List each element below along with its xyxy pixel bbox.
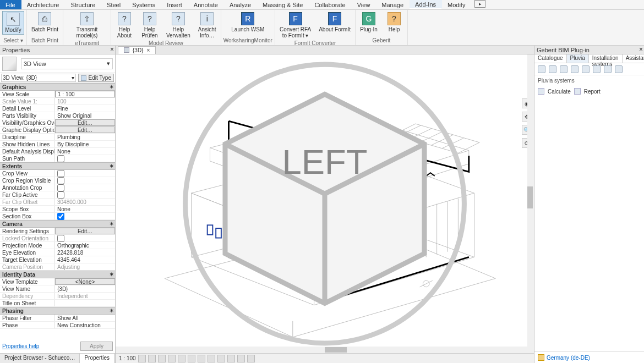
collapse-icon[interactable]: ✶: [110, 308, 114, 314]
rendering-icon[interactable]: [178, 355, 185, 362]
property-value[interactable]: Show Original: [55, 112, 115, 119]
property-edit-button[interactable]: <None>: [55, 278, 115, 285]
ribbon-item[interactable]: RLaunch WSM: [229, 11, 266, 34]
ribbon-item[interactable]: ↖Modify: [2, 11, 24, 35]
property-checkbox[interactable]: [57, 191, 64, 199]
property-value[interactable]: 1 : 100: [55, 91, 115, 97]
collapse-icon[interactable]: ✶: [110, 163, 114, 169]
property-edit-button[interactable]: Edit…: [55, 228, 115, 234]
property-value[interactable]: 4345.464: [55, 256, 115, 263]
ribbon-item[interactable]: iAnsichtInfo…: [196, 11, 219, 40]
type-selector-dropdown[interactable]: 3D View ▾: [21, 58, 113, 69]
refresh-icon[interactable]: [538, 88, 544, 95]
close-icon[interactable]: ×: [639, 46, 643, 53]
tool-icon-3[interactable]: [560, 65, 567, 73]
ribbon-item[interactable]: FAbout FormIt: [316, 11, 353, 34]
tab-massing-site[interactable]: Massing & Site: [257, 0, 309, 9]
property-value[interactable]: [55, 177, 115, 184]
tab-view[interactable]: View: [352, 0, 376, 9]
document-tab-3d[interactable]: {3D} ×: [118, 46, 156, 54]
property-value[interactable]: [55, 191, 115, 198]
apply-button[interactable]: Apply: [80, 342, 113, 351]
dock-tab-properties[interactable]: Properties: [80, 354, 114, 363]
property-checkbox[interactable]: [57, 170, 64, 177]
ribbon-item[interactable]: ⎙Batch Print: [29, 11, 61, 34]
property-value[interactable]: 22428.818: [55, 249, 115, 256]
property-value[interactable]: Fine: [55, 105, 115, 112]
tab-manage[interactable]: Manage: [376, 0, 410, 9]
property-checkbox[interactable]: [57, 184, 64, 191]
3d-canvas[interactable]: LEFT ◉ ✥ 🔍 ⟳: [116, 54, 534, 353]
plugin-tab-catalogue[interactable]: Catalogue: [534, 54, 567, 63]
ribbon-item[interactable]: ?HelpPrüfen: [139, 11, 161, 40]
property-value[interactable]: 100: [55, 98, 115, 105]
tool-icon-5[interactable]: [582, 65, 590, 73]
property-value[interactable]: None: [55, 206, 115, 212]
property-value[interactable]: Show All: [55, 315, 115, 321]
plugin-tab-pluvia[interactable]: Pluvia: [567, 54, 589, 63]
property-value[interactable]: [55, 184, 115, 191]
property-value[interactable]: [55, 213, 115, 219]
tab-systems[interactable]: Systems: [127, 0, 161, 9]
property-edit-button[interactable]: Edit…: [55, 119, 115, 126]
home-icon[interactable]: [538, 354, 544, 361]
tool-icon-6[interactable]: [593, 65, 601, 73]
horizontal-scrollbar[interactable]: [116, 346, 534, 353]
close-icon[interactable]: ×: [146, 47, 150, 53]
analytical-icon[interactable]: [237, 355, 245, 362]
tab-collaborate[interactable]: Collaborate: [309, 0, 351, 9]
property-checkbox[interactable]: [57, 235, 64, 242]
property-value[interactable]: [55, 235, 115, 241]
property-value[interactable]: Adjusting: [55, 263, 115, 270]
constraints-icon[interactable]: [247, 355, 255, 362]
tool-icon-1[interactable]: [538, 65, 545, 73]
property-checkbox[interactable]: [57, 177, 64, 184]
ribbon-item[interactable]: ⇪Transmit model(s): [66, 11, 108, 40]
detail-level-icon[interactable]: [138, 355, 146, 362]
file-menu[interactable]: File: [0, 0, 21, 9]
tab-insert[interactable]: Insert: [161, 0, 188, 9]
property-edit-button[interactable]: Edit…: [55, 127, 115, 133]
property-checkbox[interactable]: [57, 213, 64, 220]
calculate-button[interactable]: Calculate: [548, 89, 571, 95]
vertical-scrollbar[interactable]: [527, 54, 534, 346]
property-value[interactable]: By Discipline: [55, 141, 115, 147]
ribbon-item[interactable]: ?HelpAbout: [113, 11, 135, 40]
property-section-header[interactable]: Extents✶: [0, 162, 115, 170]
plugin-tab-installation-systems[interactable]: Installation systems: [589, 54, 623, 63]
property-value[interactable]: [55, 155, 115, 162]
crop-visible-icon[interactable]: [198, 355, 205, 362]
report-icon[interactable]: [574, 88, 581, 95]
property-value[interactable]: [55, 170, 115, 177]
property-value[interactable]: Independent: [55, 293, 115, 299]
ribbon-item[interactable]: ?Help: [383, 11, 405, 34]
ribbon-item[interactable]: GPlug-In: [358, 11, 380, 34]
temp-hide-icon[interactable]: [217, 355, 225, 362]
collapse-icon[interactable]: ✶: [110, 272, 114, 277]
tab-modify[interactable]: Modify: [442, 0, 471, 9]
tab-structure[interactable]: Structure: [65, 0, 101, 9]
tool-icon-4[interactable]: [571, 65, 578, 73]
type-selector[interactable]: 3D View ▾: [0, 54, 115, 73]
edit-type-button[interactable]: Edit Type: [78, 74, 114, 82]
property-section-header[interactable]: Graphics✶: [0, 83, 115, 91]
property-section-header[interactable]: Camera✶: [0, 220, 115, 228]
scale-display[interactable]: 1 : 100: [119, 355, 136, 361]
close-icon[interactable]: ×: [110, 46, 114, 53]
property-value[interactable]: None: [55, 148, 115, 155]
plugin-tab-assistants[interactable]: Assistants: [623, 54, 644, 63]
property-value[interactable]: [55, 300, 115, 306]
view-cube[interactable]: LEFT: [116, 54, 534, 353]
property-value[interactable]: Plumbing: [55, 134, 115, 140]
tab-steel[interactable]: Steel: [101, 0, 127, 9]
report-button[interactable]: Report: [584, 89, 601, 95]
shadows-icon[interactable]: [168, 355, 176, 362]
locale-link[interactable]: Germany (de-DE): [547, 355, 590, 361]
reveal-icon[interactable]: [227, 355, 235, 362]
tool-icon-8[interactable]: [615, 65, 623, 73]
property-value[interactable]: {3D}: [55, 285, 115, 292]
unlock-icon[interactable]: [208, 355, 215, 362]
property-value[interactable]: New Construction: [55, 322, 115, 328]
visual-style-icon[interactable]: [148, 355, 156, 362]
sun-path-icon[interactable]: [158, 355, 166, 362]
